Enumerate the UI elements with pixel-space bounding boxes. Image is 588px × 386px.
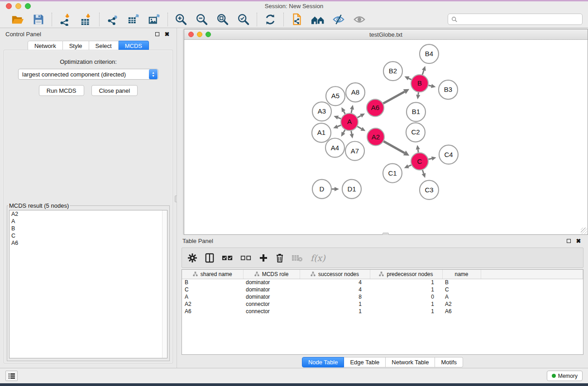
- graph-node-B1[interactable]: B1: [406, 102, 425, 121]
- table-cell[interactable]: 1: [370, 308, 442, 315]
- graph-node-C3[interactable]: C3: [420, 181, 439, 200]
- run-mcds-button[interactable]: Run MCDS: [39, 85, 84, 96]
- edge-B-B4[interactable]: [422, 70, 424, 75]
- edge-A-A5[interactable]: [344, 111, 345, 114]
- scrollbar-track[interactable]: [162, 210, 167, 358]
- float-panel-button[interactable]: [564, 237, 573, 245]
- graph-node-A2[interactable]: A2: [367, 128, 384, 145]
- import-network-button[interactable]: [56, 12, 74, 27]
- graph-node-C[interactable]: C: [411, 153, 428, 170]
- table-cell[interactable]: 4: [300, 279, 370, 286]
- tab-edge-table[interactable]: Edge Table: [344, 357, 386, 367]
- table-cell[interactable]: A2: [182, 300, 243, 308]
- table-cell[interactable]: 1: [300, 300, 370, 308]
- table-settings-button[interactable]: [187, 251, 197, 265]
- table-cell[interactable]: 1: [370, 279, 442, 286]
- table-cell[interactable]: dominator: [243, 293, 300, 300]
- table-row[interactable]: Bdominator41B: [182, 279, 583, 286]
- edge-A-A1[interactable]: [337, 125, 341, 127]
- open-session-button[interactable]: [9, 12, 27, 27]
- mcds-result-item[interactable]: B: [10, 225, 167, 232]
- edge-C-C2[interactable]: [418, 149, 418, 152]
- edge-A-A8[interactable]: [351, 110, 352, 113]
- table-cell[interactable]: 1: [370, 286, 442, 293]
- save-session-button[interactable]: [29, 12, 48, 27]
- edge-C-C1[interactable]: [408, 165, 411, 167]
- graph-node-C2[interactable]: C2: [406, 123, 425, 142]
- table-cell[interactable]: connector: [243, 308, 300, 315]
- mcds-result-list[interactable]: A2ABCA6: [9, 210, 167, 358]
- column-header-name[interactable]: name: [442, 270, 481, 279]
- mcds-result-item[interactable]: C: [10, 232, 167, 239]
- edge-A2-C[interactable]: [383, 141, 404, 153]
- edge-B-B2[interactable]: [409, 78, 411, 80]
- graph-node-C4[interactable]: C4: [439, 145, 458, 164]
- table-cell[interactable]: C: [182, 286, 243, 293]
- graph-node-A[interactable]: A: [341, 113, 358, 130]
- window-resize-grip[interactable]: [581, 228, 587, 234]
- edge-A-A7[interactable]: [351, 131, 352, 134]
- column-header-MCDS-role[interactable]: MCDS role: [243, 270, 300, 279]
- table-cell[interactable]: A6: [182, 308, 243, 315]
- table-cell[interactable]: dominator: [243, 286, 300, 293]
- table-cell[interactable]: 1: [370, 300, 442, 308]
- table-cell[interactable]: B: [182, 279, 243, 286]
- graph-node-C1[interactable]: C1: [383, 164, 402, 183]
- network-canvas[interactable]: B4B2BB3B1A5A8A6A3AA1A2C2A4A7C4CC1C3DD1: [184, 40, 588, 234]
- table-cell[interactable]: 4: [300, 286, 370, 293]
- table-cell[interactable]: A: [182, 293, 243, 300]
- delete-column-button[interactable]: [275, 251, 284, 265]
- zoom-in-button[interactable]: [172, 12, 190, 27]
- edge-A-A6[interactable]: [358, 116, 361, 118]
- edge-C-C3[interactable]: [422, 170, 424, 174]
- table-row[interactable]: A6connector11A6: [182, 308, 583, 315]
- function-builder-button[interactable]: f(x): [311, 251, 325, 265]
- new-network-from-selection-button[interactable]: [288, 12, 306, 27]
- hide-selected-button[interactable]: [330, 12, 348, 27]
- column-header-successor-nodes[interactable]: successor nodes: [300, 270, 370, 279]
- table-cell[interactable]: connector: [243, 300, 300, 308]
- graph-node-A1[interactable]: A1: [312, 123, 331, 142]
- close-panel-button[interactable]: ✖: [163, 30, 171, 38]
- table-cell[interactable]: C: [442, 286, 481, 293]
- table-cell[interactable]: A6: [442, 308, 481, 315]
- graph-node-A7[interactable]: A7: [345, 142, 364, 161]
- graph-node-B3[interactable]: B3: [439, 80, 458, 99]
- table-cell[interactable]: 0: [370, 293, 442, 300]
- select-all-button[interactable]: [222, 251, 233, 265]
- export-image-button[interactable]: [145, 12, 163, 27]
- show-task-history-button[interactable]: [5, 371, 18, 381]
- edge-A-A2[interactable]: [357, 126, 361, 129]
- graph-node-A3[interactable]: A3: [312, 102, 331, 121]
- edge-A6-B[interactable]: [383, 92, 405, 104]
- close-mcds-panel-button[interactable]: Close panel: [91, 85, 138, 96]
- show-all-button[interactable]: [350, 12, 368, 27]
- mcds-result-item[interactable]: A6: [10, 239, 167, 247]
- graph-node-A4[interactable]: A4: [325, 138, 344, 157]
- search-box[interactable]: [448, 14, 583, 25]
- column-chooser-button[interactable]: [205, 251, 215, 265]
- mcds-result-item[interactable]: A: [10, 218, 167, 225]
- table-row[interactable]: Adominator80A: [182, 293, 583, 300]
- graph-node-A6[interactable]: A6: [367, 99, 384, 116]
- network-window-titlebar[interactable]: testGlobe.txt: [184, 29, 588, 40]
- column-header-shared-name[interactable]: shared name: [182, 270, 243, 279]
- graph-node-B[interactable]: B: [411, 75, 428, 92]
- import-table-button[interactable]: [77, 12, 95, 27]
- table-cell[interactable]: B: [442, 279, 481, 286]
- zoom-selected-button[interactable]: [234, 12, 253, 27]
- tab-network-table[interactable]: Network Table: [386, 357, 435, 367]
- first-neighbors-button[interactable]: [309, 12, 327, 27]
- tab-node-table[interactable]: Node Table: [302, 357, 344, 367]
- table-cell[interactable]: 8: [300, 293, 370, 300]
- delete-table-button[interactable]: [292, 251, 303, 265]
- search-input[interactable]: [460, 16, 579, 23]
- table-cell[interactable]: A2: [442, 300, 481, 308]
- memory-button[interactable]: Memory: [547, 371, 583, 381]
- table-cell[interactable]: 1: [300, 308, 370, 315]
- edge-C-C4[interactable]: [428, 158, 432, 159]
- edge-B-B1[interactable]: [418, 92, 419, 95]
- zoom-out-button[interactable]: [193, 12, 211, 27]
- export-network-button[interactable]: [104, 12, 122, 27]
- edge-A-A4[interactable]: [344, 130, 345, 133]
